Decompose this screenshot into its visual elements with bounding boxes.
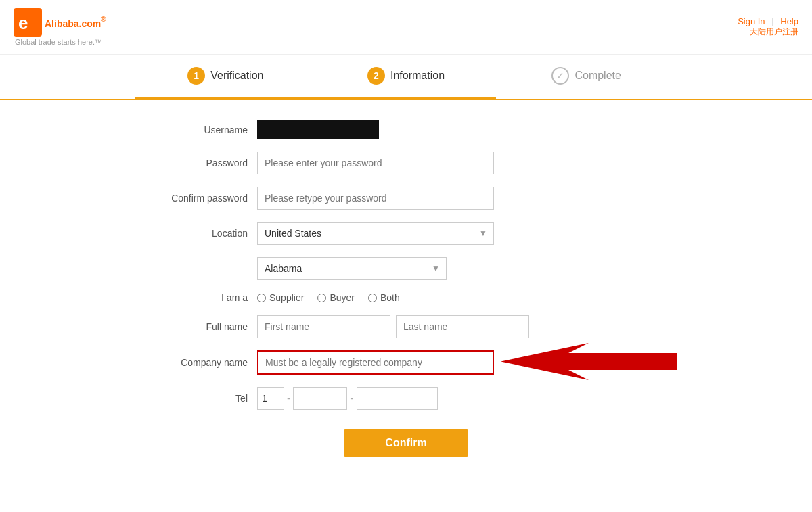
- tel-number-input[interactable]: [357, 387, 438, 410]
- location-label: Location: [149, 228, 257, 239]
- role-buyer-option[interactable]: Buyer: [317, 292, 355, 303]
- step1-number: 1: [187, 67, 205, 85]
- role-buyer-label: Buyer: [330, 292, 355, 303]
- step3-label: Complete: [574, 70, 621, 82]
- header-nav: Sign In | Help 大陆用户注册: [738, 16, 798, 38]
- username-row: Username: [149, 120, 663, 139]
- site-header: e Alibaba.com® Global trade starts here.…: [0, 0, 812, 55]
- company-input-wrapper: [257, 350, 494, 375]
- role-both-radio[interactable]: [368, 294, 377, 302]
- step3-check-icon: ✓: [551, 67, 569, 85]
- state-row: Alabama Alaska Arizona California Florid…: [257, 257, 447, 280]
- alibaba-logo-icon: e: [14, 8, 42, 37]
- registration-form: Username Password Confirm password Locat…: [135, 120, 677, 457]
- lastname-input[interactable]: [396, 315, 529, 338]
- tel-inputs: - -: [257, 387, 494, 410]
- role-row: I am a Supplier Buyer Both: [149, 292, 663, 303]
- location-select-wrapper: United States Canada United Kingdom Chin…: [257, 222, 494, 245]
- logo-tagline: Global trade starts here.™: [15, 38, 106, 46]
- step2-number: 2: [367, 67, 385, 85]
- confirm-password-input[interactable]: [257, 187, 494, 210]
- location-row: Location United States Canada United Kin…: [149, 222, 663, 245]
- role-label: I am a: [149, 292, 257, 303]
- password-input[interactable]: [257, 152, 494, 174]
- confirm-password-row: Confirm password: [149, 187, 663, 210]
- tel-row: Tel - -: [149, 387, 663, 410]
- tel-country-code-input[interactable]: [257, 387, 284, 410]
- location-select[interactable]: United States Canada United Kingdom Chin…: [257, 222, 494, 245]
- password-label: Password: [149, 158, 257, 168]
- svg-text:e: e: [18, 13, 28, 33]
- role-radio-group: Supplier Buyer Both: [257, 292, 400, 303]
- username-label: Username: [149, 124, 257, 135]
- tel-label: Tel: [149, 393, 257, 404]
- role-buyer-radio[interactable]: [317, 294, 326, 302]
- svg-marker-1: [501, 343, 677, 380]
- red-arrow-container: [501, 343, 677, 382]
- tel-separator-1: -: [287, 392, 290, 404]
- tel-separator-2: -: [350, 392, 353, 404]
- confirm-button[interactable]: Confirm: [344, 429, 467, 457]
- step-complete: ✓ Complete: [496, 55, 677, 99]
- company-label: Company name: [149, 357, 257, 368]
- fullname-label: Full name: [149, 321, 257, 332]
- logo-area: e Alibaba.com® Global trade starts here.…: [14, 8, 106, 46]
- password-row: Password: [149, 152, 663, 174]
- username-value-redacted: [257, 120, 379, 139]
- fullname-inputs: [257, 315, 494, 338]
- role-supplier-option[interactable]: Supplier: [257, 292, 304, 303]
- cn-register-link[interactable]: 大陆用户注册: [750, 27, 798, 37]
- state-select-wrapper: Alabama Alaska Arizona California Florid…: [257, 257, 447, 280]
- company-input[interactable]: [258, 352, 493, 373]
- role-both-label: Both: [380, 292, 400, 303]
- red-arrow-icon: [501, 343, 677, 380]
- help-link[interactable]: Help: [780, 16, 798, 26]
- firstname-input[interactable]: [257, 315, 390, 338]
- role-supplier-label: Supplier: [269, 292, 304, 303]
- role-both-option[interactable]: Both: [368, 292, 400, 303]
- steps-bar: 1 Verification 2 Information ✓ Complete: [0, 55, 812, 100]
- step1-label: Verification: [210, 70, 263, 82]
- company-row: Company name: [149, 350, 663, 375]
- step-information: 2 Information: [316, 55, 497, 99]
- confirm-row: Confirm: [149, 429, 663, 457]
- signin-link[interactable]: Sign In: [738, 16, 765, 26]
- step2-label: Information: [390, 70, 445, 82]
- step-verification: 1 Verification: [135, 55, 316, 99]
- logo-text: Alibaba.com®: [45, 14, 106, 30]
- role-supplier-radio[interactable]: [257, 294, 266, 302]
- confirm-password-label: Confirm password: [149, 193, 257, 204]
- state-select[interactable]: Alabama Alaska Arizona California Florid…: [257, 257, 447, 280]
- fullname-row: Full name: [149, 315, 663, 338]
- tel-area-code-input[interactable]: [293, 387, 347, 410]
- nav-separator: |: [771, 16, 773, 26]
